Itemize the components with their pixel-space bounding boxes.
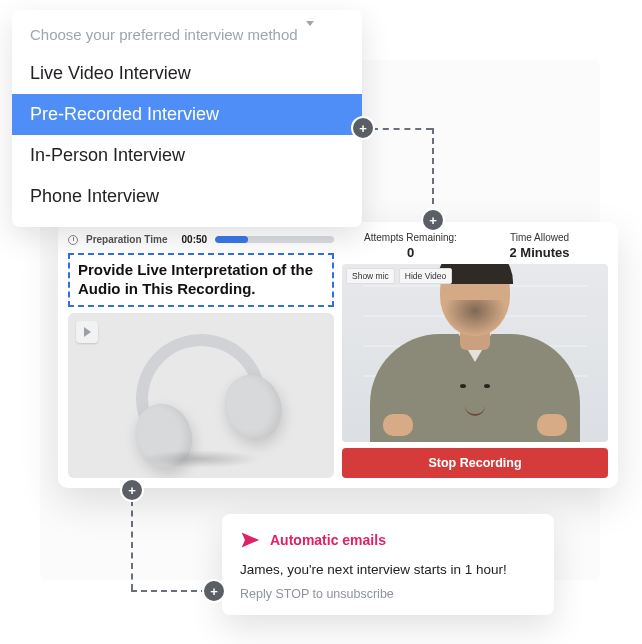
connector-h2 bbox=[131, 590, 207, 592]
play-button[interactable] bbox=[76, 321, 98, 343]
dropdown-option[interactable]: In-Person Interview bbox=[12, 135, 362, 176]
connector-v2 bbox=[131, 500, 133, 590]
prep-time-label: Preparation Time bbox=[86, 234, 168, 245]
paper-plane-icon bbox=[240, 530, 260, 550]
stage: + + + + Choose your preferred interview … bbox=[0, 0, 642, 644]
media-shadow bbox=[141, 450, 261, 468]
email-footer: Reply STOP to unsubscribe bbox=[240, 587, 536, 601]
email-title: Automatic emails bbox=[270, 532, 386, 548]
video-preview: Show mic Hide Video bbox=[342, 264, 608, 442]
play-icon bbox=[84, 327, 91, 337]
attempts-value: 0 bbox=[346, 245, 475, 260]
plus-node-icon: + bbox=[204, 581, 224, 601]
question-text: Provide Live Interpretation of the Audio… bbox=[68, 253, 334, 307]
dropdown-option[interactable]: Pre-Recorded Interview bbox=[12, 94, 362, 135]
prep-progress bbox=[215, 236, 334, 243]
email-preview-card: Automatic emails James, you're next inte… bbox=[222, 514, 554, 615]
panel-right: Attempts Remaining: 0 Time Allowed 2 Min… bbox=[342, 232, 608, 478]
hide-video-button[interactable]: Hide Video bbox=[399, 268, 452, 284]
audio-media-box[interactable] bbox=[68, 313, 334, 479]
candidate-avatar bbox=[365, 264, 585, 442]
clock-icon bbox=[68, 235, 78, 245]
show-mic-button[interactable]: Show mic bbox=[346, 268, 395, 284]
stats-row: Attempts Remaining: 0 Time Allowed 2 Min… bbox=[342, 232, 608, 264]
dropdown-options: Live Video Interview Pre-Recorded Interv… bbox=[12, 49, 362, 221]
email-header: Automatic emails bbox=[240, 530, 536, 550]
chevron-down-icon bbox=[306, 26, 314, 43]
email-body: James, you're next interview starts in 1… bbox=[240, 562, 536, 577]
plus-node-icon: + bbox=[423, 210, 443, 230]
dropdown-placeholder: Choose your preferred interview method bbox=[30, 26, 298, 43]
prep-time-row: Preparation Time 00:50 bbox=[68, 234, 334, 245]
attempts-remaining: Attempts Remaining: 0 bbox=[346, 232, 475, 260]
panel-left: Preparation Time 00:50 Provide Live Inte… bbox=[68, 232, 334, 478]
interview-method-dropdown[interactable]: Choose your preferred interview method L… bbox=[12, 10, 362, 227]
interview-panel: Preparation Time 00:50 Provide Live Inte… bbox=[58, 222, 618, 488]
attempts-label: Attempts Remaining: bbox=[346, 232, 475, 243]
dropdown-option[interactable]: Live Video Interview bbox=[12, 53, 362, 94]
connector-v1 bbox=[432, 128, 434, 214]
time-allowed: Time Allowed 2 Minutes bbox=[475, 232, 604, 260]
dropdown-option[interactable]: Phone Interview bbox=[12, 176, 362, 217]
connector-h1 bbox=[372, 128, 432, 130]
prep-progress-fill bbox=[215, 236, 248, 243]
stop-recording-button[interactable]: Stop Recording bbox=[342, 448, 608, 478]
time-allowed-value: 2 Minutes bbox=[475, 245, 604, 260]
time-allowed-label: Time Allowed bbox=[475, 232, 604, 243]
dropdown-placeholder-row[interactable]: Choose your preferred interview method bbox=[12, 18, 362, 49]
plus-node-icon: + bbox=[122, 480, 142, 500]
plus-node-icon: + bbox=[353, 118, 373, 138]
prep-time-value: 00:50 bbox=[182, 234, 208, 245]
